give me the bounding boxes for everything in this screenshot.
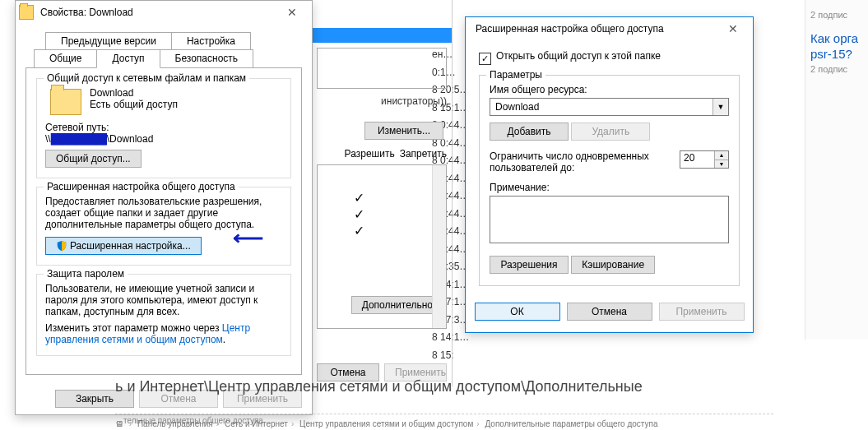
advanced-sharing-dialog: Расширенная настройка общего доступа ✕ ✓… (465, 16, 754, 333)
tab-sharing[interactable]: Доступ (96, 49, 160, 68)
password-group-title: Защита паролем (44, 268, 128, 280)
deny-header: Запретить (400, 148, 447, 160)
permissions-list[interactable]: ✓ ✓ ✓ (317, 164, 447, 329)
change-button[interactable]: Изменить... (364, 122, 443, 140)
add-button[interactable]: Добавить (490, 123, 569, 141)
allow-header: Разрешить (345, 148, 395, 160)
limit-label: Ограничить число одновременныхпользовате… (490, 150, 671, 173)
share-name-dropdown[interactable]: Download ▼ (490, 98, 729, 116)
parameters-group-title: Параметры (486, 69, 545, 81)
chevron-down-icon: ▼ (713, 99, 728, 115)
security-dialog-fragment: инистраторы)) Изменить... Разрешить Запр… (312, 0, 453, 386)
network-sharing-group-title: Общий доступ к сетевым файлам и папкам (44, 72, 249, 84)
subscribers-count: 2 подпис (810, 64, 863, 74)
network-path-value: \\████████\Download (45, 133, 282, 145)
scrollbar[interactable] (432, 165, 446, 328)
folder-icon (19, 5, 34, 20)
password-desc: Пользователи, не имеющие учетной записи … (45, 283, 282, 317)
advanced-sharing-button[interactable]: Расширенная настройка... (45, 237, 202, 255)
tab-previous-versions[interactable]: Предыдущие версии (45, 32, 172, 50)
ok-button[interactable]: ОК (475, 303, 560, 321)
caching-button[interactable]: Кэширование (571, 256, 655, 274)
window-title: Свойства: Download (37, 7, 276, 18)
properties-dialog: Свойства: Download ✕ Предыдущие версии Н… (15, 0, 313, 415)
advanced-sharing-group-title: Расширенная настройка общего доступа (44, 181, 239, 192)
tab-security[interactable]: Безопасность (160, 49, 254, 68)
subscribers-count: 2 подпис (810, 10, 863, 20)
close-icon[interactable]: ✕ (276, 1, 309, 24)
shield-icon (56, 240, 67, 252)
note-label: Примечание: (490, 182, 729, 193)
question-link[interactable]: Как оргаpsr-15? (810, 31, 863, 62)
remove-button: Удалить (571, 123, 650, 141)
enable-share-checkbox[interactable]: ✓Открыть общий доступ к этой папке (479, 50, 661, 62)
tab-general[interactable]: Общие (34, 49, 97, 68)
window-title: Расширенная настройка общего доступа (469, 23, 717, 35)
background-path-text: ь и Интернет\Центр управления сетями и о… (115, 378, 643, 395)
note-textarea[interactable] (490, 196, 729, 243)
share-status: Есть общий доступ (90, 99, 178, 110)
webpage-sidebar: 2 подпис Как оргаpsr-15? 2 подпис (805, 0, 868, 340)
titlebar[interactable]: Расширенная настройка общего доступа ✕ (466, 17, 753, 40)
share-name-label: Имя общего ресурса: (490, 84, 729, 95)
admins-label: инистраторы)) (312, 94, 452, 109)
titlebar[interactable]: Свойства: Download ✕ (16, 1, 312, 24)
cancel-button[interactable]: Отмена (567, 303, 652, 321)
breadcrumb[interactable]: 🖥 › Панель управления› Сеть и Интернет› … (115, 419, 658, 428)
folder-icon (50, 89, 81, 115)
spinner[interactable]: ▲▼ (714, 151, 728, 168)
permissions-button[interactable]: Разрешения (490, 256, 569, 274)
advanced-sharing-desc: Предоставляет пользовательские разрешени… (45, 196, 282, 230)
tab-customize[interactable]: Настройка (171, 32, 251, 50)
user-limit-input[interactable]: 20 ▲▼ (680, 150, 729, 169)
network-path-label: Сетевой путь: (45, 122, 282, 133)
apply-button: Применить (659, 303, 745, 321)
checkbox-icon: ✓ (479, 53, 491, 65)
share-button[interactable]: Общий доступ... (45, 150, 142, 168)
password-change-prefix: Изменить этот параметр можно через (45, 322, 222, 334)
folder-name: Download (90, 87, 178, 99)
close-icon[interactable]: ✕ (717, 17, 750, 40)
